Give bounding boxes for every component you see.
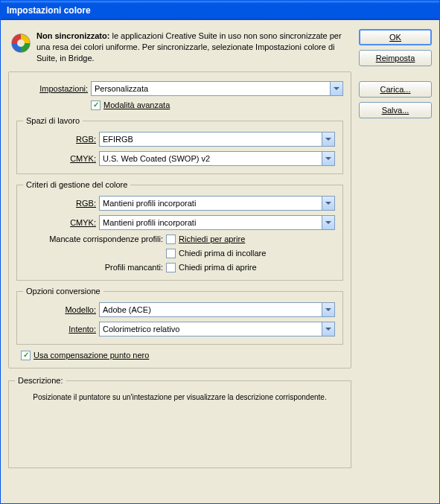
workspace-rgb-label: RGB:: [25, 135, 99, 144]
save-button[interactable]: Salva...: [359, 102, 432, 118]
sync-status-text: Non sincronizzato: le applicazioni Creat…: [36, 31, 348, 64]
workspace-cmyk-select[interactable]: U.S. Web Coated (SWOP) v2: [99, 151, 335, 166]
blackpoint-checkbox[interactable]: [21, 351, 31, 360]
engine-label: Modello:: [25, 305, 99, 314]
chevron-down-icon: [322, 133, 334, 146]
color-settings-dialog: Impostazioni colore Non sincronizzato: l…: [0, 0, 440, 504]
missing-open-checkbox[interactable]: [166, 263, 176, 272]
description-title: Descrizione:: [15, 376, 66, 385]
main-column: Non sincronizzato: le applicazioni Creat…: [8, 28, 351, 496]
advanced-mode-label: Modalità avanzata: [103, 101, 170, 109]
mismatch-open-checkbox[interactable]: [166, 235, 176, 244]
workspaces-group: Spazi di lavoro RGB: EFIRGB CMYK: U.S. W…: [16, 121, 343, 174]
workspace-cmyk-value: U.S. Web Coated (SWOP) v2: [103, 154, 210, 163]
intent-label: Intento:: [25, 325, 99, 334]
policies-title: Criteri di gestione del colore: [23, 180, 130, 189]
load-button[interactable]: Carica...: [359, 81, 432, 98]
sync-status-icon: [11, 34, 31, 53]
mismatch-paste-checkbox[interactable]: [166, 249, 176, 258]
settings-group: Impostazioni: Personalizzata Modalità av…: [8, 71, 351, 369]
conversion-group: Opzioni conversione Modello: Adobe (ACE)…: [16, 291, 343, 345]
workspace-rgb-select[interactable]: EFIRGB: [99, 132, 335, 147]
conversion-title: Opzioni conversione: [23, 287, 103, 296]
sync-status-bold: Non sincronizzato:: [36, 31, 109, 40]
chevron-down-icon: [322, 303, 334, 316]
chevron-down-icon: [322, 322, 334, 336]
missing-open-label: Chiedi prima di aprire: [179, 263, 257, 272]
chevron-down-icon: [322, 152, 334, 165]
svg-point-1: [17, 39, 25, 47]
workspaces-title: Spazi di lavoro: [23, 116, 83, 125]
description-group: Descrizione: Posizionate il puntatore su…: [8, 380, 351, 468]
engine-value: Adobe (ACE): [103, 305, 151, 314]
workspace-rgb-value: EFIRGB: [103, 135, 133, 144]
chevron-down-icon: [322, 216, 334, 229]
policies-cmyk-label: CMYK:: [25, 218, 99, 227]
window-title: Impostazioni colore: [7, 5, 91, 16]
settings-select[interactable]: Personalizzata: [91, 81, 343, 96]
policies-cmyk-select[interactable]: Mantieni profili incorporati: [99, 215, 335, 230]
blackpoint-label: Usa compensazione punto nero: [34, 351, 149, 360]
settings-label: Impostazioni:: [16, 84, 91, 93]
chevron-down-icon: [322, 197, 334, 210]
engine-select[interactable]: Adobe (ACE): [99, 302, 335, 317]
mismatch-label: Mancate corrispondenze profili:: [25, 235, 166, 243]
policies-rgb-select[interactable]: Mantieni profili incorporati: [99, 196, 335, 211]
reset-button[interactable]: Reimposta: [359, 50, 432, 66]
intent-value: Colorimetrico relativo: [103, 325, 179, 334]
intent-select[interactable]: Colorimetrico relativo: [99, 322, 335, 336]
dialog-content: Non sincronizzato: le applicazioni Creat…: [1, 20, 439, 503]
ok-button[interactable]: OK: [359, 29, 432, 45]
mismatch-paste-label: Chiedi prima di incollare: [179, 249, 266, 258]
sync-status-row: Non sincronizzato: le applicazioni Creat…: [8, 28, 351, 71]
settings-value: Personalizzata: [95, 84, 148, 93]
missing-label: Profili mancanti:: [25, 263, 166, 272]
chevron-down-icon: [330, 82, 342, 95]
mismatch-open-label: Richiedi per aprire: [179, 235, 245, 243]
titlebar: Impostazioni colore: [1, 1, 439, 20]
button-column: OK Reimposta Carica... Salva...: [359, 28, 432, 496]
policies-rgb-label: RGB:: [25, 199, 99, 208]
workspace-cmyk-label: CMYK:: [25, 154, 99, 163]
policies-rgb-value: Mantieni profili incorporati: [103, 199, 196, 208]
description-text: Posizionate il puntatore su un'intestazi…: [16, 392, 343, 401]
advanced-mode-checkbox[interactable]: [91, 101, 101, 110]
policies-cmyk-value: Mantieni profili incorporati: [103, 218, 196, 227]
policies-group: Criteri di gestione del colore RGB: Mant…: [16, 185, 343, 281]
